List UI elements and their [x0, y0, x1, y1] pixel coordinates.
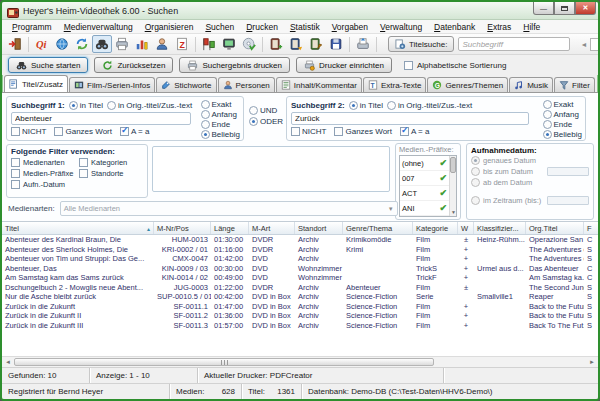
monitor-icon[interactable]	[219, 35, 239, 53]
search2-aeqa-checkbox[interactable]: A = a	[400, 127, 429, 136]
medienarten-select[interactable]: Alle Medienarten ▼	[60, 201, 398, 216]
menu-programm[interactable]: Programm	[6, 21, 58, 33]
close-button[interactable]: ✕	[575, 2, 596, 15]
search2-input[interactable]	[291, 112, 529, 125]
refresh-icon[interactable]	[72, 35, 92, 53]
column-header-org-titel[interactable]: Org.Titel	[526, 222, 584, 234]
column-header-klassifizier[interactable]: Klassifizier...	[474, 222, 526, 234]
medienarten-listbox[interactable]	[152, 146, 390, 192]
suchergebnis-drucken-button[interactable]: Suchergebnis drucken	[179, 57, 290, 73]
titelsuche-button[interactable]: Titelsuche:	[388, 36, 454, 52]
filter-aufn-datum-checkbox[interactable]: Aufn.-Datum	[11, 179, 79, 190]
tab-titel-zusatz[interactable]: Titel/Zusatz	[4, 75, 68, 92]
database-edit-icon[interactable]	[306, 35, 326, 53]
database-open-icon[interactable]	[286, 35, 306, 53]
praefix-item-act[interactable]: ACT✔	[400, 186, 456, 201]
search1-scope-titel-radio[interactable]: in Titel	[69, 101, 103, 110]
toolbar-search-input[interactable]	[458, 37, 570, 51]
search1-mode-ende[interactable]: Ende	[201, 119, 240, 129]
menu-drucken[interactable]: Drucken	[240, 21, 284, 33]
praefixe-scrollbar[interactable]: ▼	[449, 156, 456, 216]
search1-aeqa-checkbox[interactable]: A = a	[120, 127, 149, 136]
tab-musik[interactable]: Musik	[509, 77, 553, 92]
print-icon[interactable]	[112, 35, 132, 53]
search1-mode-beliebig[interactable]: Beliebig	[201, 129, 240, 139]
aufnahme-ab-dem-datum-radio[interactable]: ab dem Datum	[471, 177, 589, 188]
aufnahme-bis-zum-datum-radio[interactable]: bis zum Datum	[471, 166, 589, 177]
column-header-f[interactable]: F	[584, 222, 598, 234]
aufnahme-zeitraum-radio[interactable]: im Zeitraum (bis:)	[471, 195, 589, 206]
column-header-genre-thema[interactable]: Genre/Thema	[343, 222, 413, 234]
search1-nicht-checkbox[interactable]: NICHT	[11, 127, 46, 136]
search2-scope-titel-radio[interactable]: in Titel	[349, 101, 383, 110]
drucker-einrichten-button[interactable]: Drucker einrichten	[296, 57, 392, 73]
search2-mode-anfang[interactable]: Anfang	[543, 109, 582, 119]
maximize-button[interactable]	[554, 2, 575, 15]
tab-stichworte[interactable]: Stichworte	[156, 77, 216, 92]
menu-vorgaben[interactable]: Vorgaben	[326, 21, 374, 33]
aufnahme-bis-datum-field[interactable]	[547, 167, 589, 176]
alpha-sort-option[interactable]: Alphabetische Sortierung	[404, 61, 506, 70]
table-row[interactable]: Am Samstag kam das Sams zurückKIN-0014 /…	[2, 273, 598, 283]
table-row[interactable]: Zurück in die ZukunftSF-0011.101:47:00DV…	[2, 302, 598, 312]
aufnahme-zeitraum-field[interactable]	[547, 196, 589, 205]
search2-ganzeswort-checkbox[interactable]: Ganzes Wort	[334, 127, 392, 136]
praefixe-scroll-down-icon[interactable]: ▼	[450, 209, 457, 216]
pager-input[interactable]	[590, 38, 600, 51]
menu-suchen[interactable]: Suchen	[199, 21, 240, 33]
qi-logo-icon[interactable]: Qi	[32, 35, 52, 53]
tab-extra-texte[interactable]: TExtra-Texte	[363, 77, 426, 92]
search1-input[interactable]	[11, 112, 191, 125]
column-header-titel[interactable]: Titel▴	[2, 222, 154, 234]
combine-und-radio[interactable]: UND	[249, 106, 283, 115]
exit-icon[interactable]	[5, 35, 25, 53]
table-row[interactable]: Zurück in die Zukunft IISF-0011.201:36:0…	[2, 311, 598, 321]
search2-mode-exakt[interactable]: Exakt	[543, 99, 582, 109]
scroll-right-icon[interactable]: ►	[587, 358, 597, 367]
menu-datenbank[interactable]: Datenbank	[428, 21, 481, 33]
tab-filter[interactable]: Filter	[554, 77, 595, 92]
tab-inhalt-kommentar[interactable]: Inhalt/Kommentar	[276, 77, 362, 92]
search1-ganzeswort-checkbox[interactable]: Ganzes Wort	[54, 127, 112, 136]
scroll-left-icon[interactable]: ◄	[3, 358, 13, 367]
combine-oder-radio[interactable]: ODER	[249, 117, 283, 126]
report-icon[interactable]: Z	[172, 35, 192, 53]
search1-mode-exakt[interactable]: Exakt	[201, 99, 240, 109]
column-header-länge[interactable]: Länge	[211, 222, 249, 234]
menu-verwaltung[interactable]: Verwaltung	[374, 21, 428, 33]
search2-mode-ende[interactable]: Ende	[543, 119, 582, 129]
print-preview-icon[interactable]	[353, 35, 373, 53]
praefix-item-ohne[interactable]: (ohne)✔	[400, 156, 456, 171]
person-icon[interactable]	[152, 35, 172, 53]
search2-scope-orig-radio[interactable]: in Orig.-titel/Zus.-text	[387, 101, 472, 110]
filter-standorte-checkbox[interactable]: Standorte	[79, 168, 143, 179]
tab-personen[interactable]: Personen	[218, 77, 275, 92]
alpha-sort-checkbox[interactable]	[404, 61, 413, 70]
menu-statistik[interactable]: Statistik	[284, 21, 326, 33]
column-header-standort[interactable]: Standort	[295, 222, 343, 234]
internet-icon[interactable]	[52, 35, 72, 53]
menu-organisieren[interactable]: Organisieren	[139, 21, 200, 33]
search1-mode-anfang[interactable]: Anfang	[201, 109, 240, 119]
table-row[interactable]: Nur die Asche bleibt zurückSUP-0010.5 / …	[2, 292, 598, 302]
flags-icon[interactable]	[199, 35, 219, 53]
table-row[interactable]: Dschungelbuch 2 - Mowglis neue Abent...J…	[2, 283, 598, 293]
suche-starten-button[interactable]: Suche starten	[8, 57, 88, 73]
table-row[interactable]: Abenteuer des Kardinal Braun, DieHUM-001…	[2, 235, 598, 245]
database-save-icon[interactable]	[326, 35, 346, 53]
search-icon[interactable]	[92, 35, 112, 53]
table-row[interactable]: Abenteuer von Tim und Struppi: Das Ge...…	[2, 254, 598, 264]
table-row[interactable]: Abenteuer, DasKIN-0009 / 0300:30:00DVDWo…	[2, 264, 598, 274]
praefixe-scrollbar-thumb[interactable]	[450, 157, 456, 173]
column-header-m-nr-pos[interactable]: M-Nr/Pos	[154, 222, 211, 234]
search2-nicht-checkbox[interactable]: NICHT	[291, 127, 326, 136]
cd-icon[interactable]	[239, 35, 259, 53]
database-new-icon[interactable]	[266, 35, 286, 53]
praefix-item-ani[interactable]: ANI✔	[400, 201, 456, 216]
filter-medienarten-checkbox[interactable]: Medienarten	[11, 157, 79, 168]
aufnahme-genaues-datum-radio[interactable]: genaues Datum	[471, 155, 589, 166]
filter-kategorien-checkbox[interactable]: Kategorien	[79, 157, 143, 168]
column-header-kategorie[interactable]: Kategorie	[413, 222, 458, 234]
zurücksetzen-button[interactable]: Zurücksetzen	[94, 57, 173, 73]
filter-medien-präfixe-checkbox[interactable]: Medien-Präfixe	[11, 168, 79, 179]
